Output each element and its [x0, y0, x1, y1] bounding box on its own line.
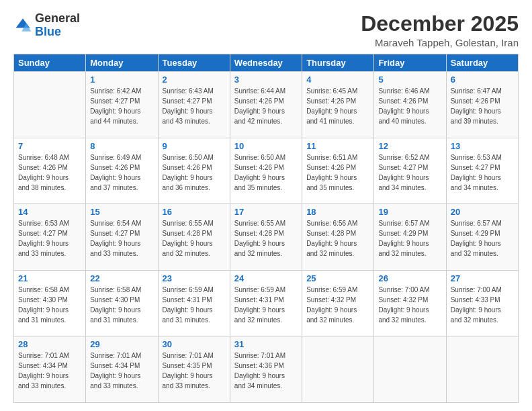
logo-general-text: General	[35, 12, 80, 26]
day-number: 29	[90, 339, 153, 349]
weekday-header-friday: Friday	[374, 54, 446, 72]
day-info: Sunrise: 6:46 AMSunset: 4:26 PMDaylight:…	[378, 86, 441, 126]
day-cell: 18Sunrise: 6:56 AMSunset: 4:28 PMDayligh…	[302, 204, 374, 271]
day-cell	[374, 336, 446, 403]
day-number: 16	[163, 207, 226, 217]
weekday-header-monday: Monday	[86, 54, 158, 72]
day-number: 5	[378, 75, 441, 85]
day-cell: 28Sunrise: 7:01 AMSunset: 4:34 PMDayligh…	[14, 336, 86, 403]
day-cell: 17Sunrise: 6:55 AMSunset: 4:28 PMDayligh…	[230, 204, 302, 271]
day-cell: 8Sunrise: 6:49 AMSunset: 4:26 PMDaylight…	[86, 138, 158, 204]
weekday-header-row: SundayMondayTuesdayWednesdayThursdayFrid…	[14, 54, 519, 72]
day-info: Sunrise: 6:45 AMSunset: 4:26 PMDaylight:…	[306, 86, 369, 126]
week-row-3: 14Sunrise: 6:53 AMSunset: 4:27 PMDayligh…	[14, 204, 519, 271]
day-cell: 14Sunrise: 6:53 AMSunset: 4:27 PMDayligh…	[14, 204, 86, 271]
day-number: 18	[306, 207, 369, 217]
day-cell: 10Sunrise: 6:50 AMSunset: 4:26 PMDayligh…	[230, 138, 302, 204]
day-info: Sunrise: 6:43 AMSunset: 4:27 PMDaylight:…	[163, 86, 226, 126]
day-number: 27	[451, 273, 514, 283]
day-number: 2	[163, 75, 226, 85]
day-cell: 16Sunrise: 6:55 AMSunset: 4:28 PMDayligh…	[158, 204, 230, 271]
week-row-5: 28Sunrise: 7:01 AMSunset: 4:34 PMDayligh…	[14, 336, 519, 403]
day-cell: 6Sunrise: 6:47 AMSunset: 4:26 PMDaylight…	[446, 72, 518, 138]
day-info: Sunrise: 6:55 AMSunset: 4:28 PMDaylight:…	[234, 218, 298, 259]
day-cell	[14, 72, 86, 138]
page: General Blue December 2025 Maraveh Tappe…	[0, 0, 532, 411]
day-cell: 29Sunrise: 7:01 AMSunset: 4:34 PMDayligh…	[86, 336, 158, 403]
day-info: Sunrise: 6:49 AMSunset: 4:26 PMDaylight:…	[90, 152, 153, 193]
day-cell: 4Sunrise: 6:45 AMSunset: 4:26 PMDaylight…	[302, 72, 374, 138]
day-number: 12	[378, 141, 441, 151]
weekday-header-saturday: Saturday	[446, 54, 518, 72]
day-cell: 31Sunrise: 7:01 AMSunset: 4:36 PMDayligh…	[230, 336, 302, 403]
day-info: Sunrise: 6:47 AMSunset: 4:26 PMDaylight:…	[451, 86, 514, 126]
day-info: Sunrise: 6:44 AMSunset: 4:26 PMDaylight:…	[234, 86, 298, 126]
day-info: Sunrise: 7:01 AMSunset: 4:34 PMDaylight:…	[90, 351, 153, 391]
day-cell: 23Sunrise: 6:59 AMSunset: 4:31 PMDayligh…	[158, 270, 230, 336]
day-number: 31	[234, 339, 298, 349]
calendar: SundayMondayTuesdayWednesdayThursdayFrid…	[13, 54, 519, 403]
day-cell: 21Sunrise: 6:58 AMSunset: 4:30 PMDayligh…	[14, 270, 86, 336]
day-info: Sunrise: 6:54 AMSunset: 4:27 PMDaylight:…	[90, 218, 153, 259]
day-info: Sunrise: 6:53 AMSunset: 4:27 PMDaylight:…	[451, 152, 514, 193]
day-cell: 3Sunrise: 6:44 AMSunset: 4:26 PMDaylight…	[230, 72, 302, 138]
day-cell	[302, 336, 374, 403]
day-info: Sunrise: 6:53 AMSunset: 4:27 PMDaylight:…	[18, 218, 81, 259]
logo-blue-text: Blue	[35, 26, 80, 39]
day-info: Sunrise: 6:56 AMSunset: 4:28 PMDaylight:…	[306, 218, 369, 259]
logo-icon	[13, 16, 32, 35]
day-number: 9	[163, 141, 226, 151]
day-cell: 24Sunrise: 6:59 AMSunset: 4:31 PMDayligh…	[230, 270, 302, 336]
day-cell: 26Sunrise: 7:00 AMSunset: 4:32 PMDayligh…	[374, 270, 446, 336]
day-number: 14	[18, 207, 81, 217]
month-title: December 2025	[361, 12, 519, 36]
week-row-1: 1Sunrise: 6:42 AMSunset: 4:27 PMDaylight…	[14, 72, 519, 138]
day-number: 1	[90, 75, 153, 85]
day-number: 21	[18, 273, 81, 283]
day-number: 25	[306, 273, 369, 283]
day-cell: 9Sunrise: 6:50 AMSunset: 4:26 PMDaylight…	[158, 138, 230, 204]
day-number: 22	[90, 273, 153, 283]
day-cell: 2Sunrise: 6:43 AMSunset: 4:27 PMDaylight…	[158, 72, 230, 138]
day-number: 6	[451, 75, 514, 85]
day-number: 10	[234, 141, 298, 151]
day-number: 17	[234, 207, 298, 217]
weekday-header-sunday: Sunday	[14, 54, 86, 72]
week-row-4: 21Sunrise: 6:58 AMSunset: 4:30 PMDayligh…	[14, 270, 519, 336]
logo: General Blue	[13, 12, 80, 39]
day-cell	[446, 336, 518, 403]
day-info: Sunrise: 7:01 AMSunset: 4:34 PMDaylight:…	[18, 351, 81, 391]
day-cell: 22Sunrise: 6:58 AMSunset: 4:30 PMDayligh…	[86, 270, 158, 336]
day-number: 23	[163, 273, 226, 283]
week-row-2: 7Sunrise: 6:48 AMSunset: 4:26 PMDaylight…	[14, 138, 519, 204]
day-info: Sunrise: 6:59 AMSunset: 4:31 PMDaylight:…	[163, 285, 226, 325]
day-info: Sunrise: 6:50 AMSunset: 4:26 PMDaylight:…	[163, 152, 226, 193]
day-number: 19	[378, 207, 441, 217]
day-info: Sunrise: 6:59 AMSunset: 4:31 PMDaylight:…	[234, 285, 298, 325]
day-info: Sunrise: 6:59 AMSunset: 4:32 PMDaylight:…	[306, 285, 369, 325]
day-number: 3	[234, 75, 298, 85]
day-info: Sunrise: 6:57 AMSunset: 4:29 PMDaylight:…	[451, 218, 514, 259]
day-cell: 30Sunrise: 7:01 AMSunset: 4:35 PMDayligh…	[158, 336, 230, 403]
logo-text: General Blue	[35, 12, 80, 39]
day-number: 7	[18, 141, 81, 151]
day-number: 13	[451, 141, 514, 151]
day-info: Sunrise: 6:52 AMSunset: 4:27 PMDaylight:…	[378, 152, 441, 193]
day-info: Sunrise: 6:50 AMSunset: 4:26 PMDaylight:…	[234, 152, 298, 193]
day-number: 30	[163, 339, 226, 349]
weekday-header-thursday: Thursday	[302, 54, 374, 72]
day-cell: 1Sunrise: 6:42 AMSunset: 4:27 PMDaylight…	[86, 72, 158, 138]
day-cell: 7Sunrise: 6:48 AMSunset: 4:26 PMDaylight…	[14, 138, 86, 204]
day-number: 24	[234, 273, 298, 283]
title-block: December 2025 Maraveh Tappeh, Golestan, …	[361, 12, 519, 48]
day-info: Sunrise: 7:01 AMSunset: 4:36 PMDaylight:…	[234, 351, 298, 391]
day-number: 28	[18, 339, 81, 349]
day-cell: 5Sunrise: 6:46 AMSunset: 4:26 PMDaylight…	[374, 72, 446, 138]
day-cell: 19Sunrise: 6:57 AMSunset: 4:29 PMDayligh…	[374, 204, 446, 271]
day-number: 4	[306, 75, 369, 85]
day-number: 26	[378, 273, 441, 283]
day-number: 15	[90, 207, 153, 217]
day-cell: 11Sunrise: 6:51 AMSunset: 4:26 PMDayligh…	[302, 138, 374, 204]
weekday-header-tuesday: Tuesday	[158, 54, 230, 72]
day-cell: 15Sunrise: 6:54 AMSunset: 4:27 PMDayligh…	[86, 204, 158, 271]
